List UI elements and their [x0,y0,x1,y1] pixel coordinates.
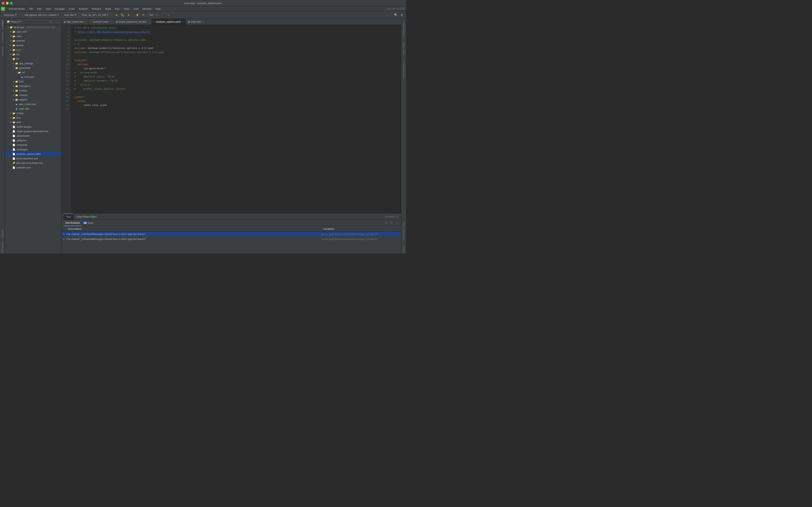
flutter-hot-reload[interactable]: ⚡ [135,12,140,17]
tree-flutter-plugins[interactable]: ▶ 📄 .flutter-plugins [5,124,61,129]
sidebar-item-commit[interactable]: 3: Commit [0,45,5,58]
tree-assets[interactable]: ▶ 📁 assets [5,43,61,48]
dart-analysis-tab[interactable]: Dart Analysis [63,220,82,226]
project-dropdown[interactable]: luma-app ▾ [2,12,18,17]
menu-help[interactable]: Help [154,6,163,11]
minimize-button[interactable] [6,2,9,5]
tree-analysis-options[interactable]: ▶ 📄 analysis_options.yaml [5,152,61,156]
run-button[interactable]: ▶ [114,12,119,17]
col-location[interactable]: Location ↑ [322,227,401,230]
tree-managers[interactable]: ▶ 📁 managers [5,84,61,88]
menu-file[interactable]: File [27,6,35,11]
tree-l10n-dart[interactable]: ▶ ◆ l10n.dart [5,75,61,79]
tree-flutter-plugins-dep[interactable]: ▶ 📄 .flutter-plugins-dependencies [5,129,61,133]
tab-analysis-options-close[interactable]: × [182,20,183,23]
menu-android-studio[interactable]: Android Studio [7,6,27,11]
git-push[interactable]: ↑ [160,12,165,17]
table-row[interactable]: ℹ The method _notInlinedMessages should … [62,236,401,241]
col-description[interactable]: Description [66,227,322,230]
tree-app-settings[interactable]: ▶ 📁 app_settings [5,61,61,66]
menu-tools[interactable]: Tools [122,6,132,11]
tree-main-dart[interactable]: ▶ ◆ main.dart [5,106,61,111]
tab-text[interactable]: Text [63,214,73,220]
tree-lib[interactable]: ▾ 📁 lib [5,57,61,61]
branch-dropdown[interactable]: main.dart ▾ [62,12,79,17]
tab-analysis-options[interactable]: Y analysis_options.yaml × [152,19,186,25]
device-dropdown[interactable]: Pixel_3a_API_30_x86 ▾ [80,12,110,17]
tab-forgot-password-close[interactable]: × [148,20,150,23]
project-collapse-button[interactable]: — [54,19,60,24]
code-editor[interactable]: # For more information visit: # https://… [71,25,401,213]
tree-ios[interactable]: ▶ 📁 ios [5,52,61,57]
menu-window[interactable]: Window [141,6,153,11]
tree-app-router-dart[interactable]: ▶ ◆ app_router.dart [5,102,61,106]
tree-packages[interactable]: ▶ 📄 .packages [5,147,61,152]
flutter-outline-tab[interactable]: Flutter Outline [402,41,406,57]
tree-web[interactable]: ▶ 📁 web [5,120,61,124]
tab-app-router[interactable]: ◆ app_router.dart × [62,19,89,25]
tree-models[interactable]: ▶ 📁 models [5,88,61,93]
tab-linter-rules[interactable]: Linter Rules Editor [73,214,100,220]
tree-widgets[interactable]: ▶ 📁 widgets [5,97,61,102]
git-pull[interactable]: ↓ [166,12,171,17]
tree-test-label: test [16,116,20,119]
tree-android[interactable]: ▶ 📁 android [5,39,61,43]
settings-button[interactable]: ⚙ [399,12,404,17]
stop-button[interactable]: ■ [126,12,131,17]
tree-screens[interactable]: ▶ 📁 screens [5,93,61,97]
menu-run[interactable]: Run [113,6,121,11]
tree-root[interactable]: ▾ 📁 luma-app ~/apps/projects/atco/luma-a… [5,25,61,30]
tree-gitattributes[interactable]: ▶ 📄 .gitattributes [5,133,61,138]
traffic-lights[interactable] [2,2,13,5]
tree-azure-pipelines[interactable]: ▶ 📄 azure-pipelines.yml [5,156,61,161]
tab-pubspec-close[interactable]: × [110,20,111,23]
flutter-performance-tab[interactable]: Flutter Performance [402,59,406,80]
right-panel-tabs: Flutter Inspector Flutter Outline Flutte… [401,18,406,253]
dart-analysis-close[interactable]: — [395,221,399,225]
debug-button[interactable]: 🐛 [120,12,125,17]
menu-view[interactable]: View [44,6,53,11]
tree-dart-tool[interactable]: ▶ 📁 .dart_tool [5,30,61,34]
project-settings-button[interactable]: ⚙ [48,19,53,24]
menu-edit[interactable]: Edit [35,6,43,11]
table-row[interactable]: ℹ The method _notInlinedMessages should … [62,232,401,236]
device-file-explorer-tab[interactable]: Device File Explorer [402,220,406,242]
tree-scripts[interactable]: ▶ 📁 scripts [5,111,61,115]
sidebar-item-structure[interactable]: 2: Structure [0,31,5,45]
menu-build[interactable]: Build [104,6,113,11]
tab-forgot-password[interactable]: ◆ forgot_password_vm.dart × [114,19,152,25]
menu-code[interactable]: Code [67,6,77,11]
tree-gitignore[interactable]: ▶ 📄 .gitignore [5,138,61,143]
tab-main-dart-close[interactable]: × [203,20,204,23]
tree-git-crypt[interactable]: ▶ 🔑 git-crypt-luma-flutter.key [5,161,61,165]
sdk-dropdown[interactable]: sdk.gphone x86 arm (mobile) ▾ [22,12,61,17]
tab-main-dart[interactable]: ◆ main.dart × [186,19,206,25]
emulator-tab[interactable]: Emulator [402,244,406,253]
tab-app-router-close[interactable]: × [85,20,86,23]
menu-navigate[interactable]: Navigate [53,6,67,11]
tree-l10n[interactable]: ▶ 📁 l10n [5,79,61,84]
sidebar-item-project[interactable]: 1: Project [0,18,5,31]
group-button[interactable]: ☰ [384,221,388,225]
chevron-icon: ▾ [58,13,59,16]
flutter-hot-restart[interactable]: ↺ [141,12,146,17]
tree-build[interactable]: ▶ 📁 build [5,48,61,52]
tab-pubspec[interactable]: Y pubspec.yaml × [89,19,113,25]
git-commit[interactable]: ✓ [155,12,159,17]
menu-svn[interactable]: SVN [132,6,141,11]
flutter-inspector-tab[interactable]: Flutter Inspector [402,20,406,39]
menu-analyze[interactable]: Analyze [77,6,90,11]
tree-test[interactable]: ▶ 📁 test [5,115,61,120]
menu-refactor[interactable]: Refactor [90,6,103,11]
sidebar-item-favorites[interactable]: Favorites [0,228,5,240]
tree-generated[interactable]: ▾ 📁 generated [5,66,61,70]
tree-pubspec-lock[interactable]: ▶ 📄 pubspec.lock [5,165,61,170]
sidebar-item-build-variants[interactable]: Build Variants [0,240,5,253]
search-button[interactable]: 🔍 [393,12,398,17]
maximize-button[interactable] [10,2,13,5]
tree-intl[interactable]: ▾ 📁 intl [5,70,61,75]
tree-idea[interactable]: ▶ 📁 .idea [5,34,61,39]
dart-analysis-settings[interactable]: ⚙ [389,221,394,225]
tree-metadata[interactable]: ▶ 📄 .metadata [5,143,61,147]
close-button[interactable] [2,2,5,5]
